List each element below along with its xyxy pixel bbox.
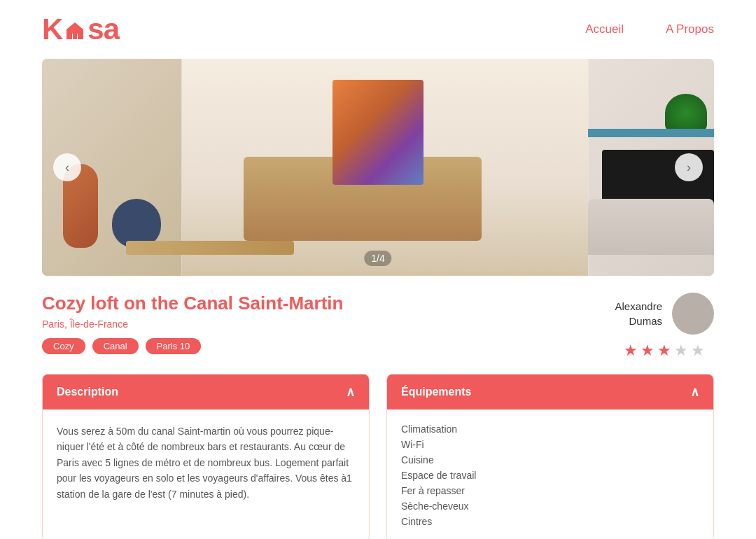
equipment-item: Espace de travail [401, 470, 699, 481]
host-info: Alexandre Dumas [615, 293, 714, 335]
table-furniture [126, 241, 294, 255]
tag-item: Paris 10 [146, 338, 202, 354]
description-panel-title: Description [57, 386, 118, 398]
description-panel-body: Vous serez à 50m du canal Saint-martin o… [43, 410, 369, 516]
tag-item: Canal [92, 338, 139, 354]
carousel-next-button[interactable]: › [675, 153, 703, 181]
logo-house-icon [64, 20, 86, 42]
equipment-item: Fer à repasser [401, 485, 699, 496]
description-toggle-icon[interactable]: ∧ [346, 384, 355, 400]
tag-list: CozyCanalParis 10 [42, 338, 343, 354]
star-empty: ★ [691, 342, 705, 360]
equipments-panel-header: Équipements ∧ [387, 374, 713, 410]
nav-about[interactable]: A Propos [666, 22, 714, 36]
star-filled: ★ [640, 342, 654, 360]
description-panel-header: Description ∧ [43, 374, 369, 410]
image-carousel: ‹ › 1/4 [42, 59, 714, 276]
description-panel: Description ∧ Vous serez à 50m du canal … [42, 374, 370, 539]
equipments-panel-title: Équipements [401, 386, 471, 398]
sofa-furniture [588, 199, 714, 255]
logo[interactable]: K sa [42, 13, 119, 46]
equipment-item: Sèche-cheveux [401, 500, 699, 512]
star-empty: ★ [674, 342, 688, 360]
shelf [588, 129, 714, 137]
main-nav: Accueil A Propos [585, 22, 714, 36]
carousel-counter: 1/4 [364, 251, 391, 266]
shelf-plants [665, 94, 707, 132]
rating-stars: ★★★★★ [624, 342, 705, 360]
equipment-item: Cintres [401, 516, 699, 527]
listing-title: Cozy loft on the Canal Saint-Martin [42, 293, 343, 314]
star-filled: ★ [624, 342, 638, 360]
buddha-painting [332, 80, 424, 185]
content-panels: Description ∧ Vous serez à 50m du canal … [42, 374, 714, 539]
host-name: Alexandre Dumas [615, 299, 662, 328]
star-filled: ★ [657, 342, 671, 360]
carousel-prev-button[interactable]: ‹ [53, 153, 81, 181]
logo-text-start: K [42, 13, 62, 46]
listing-location: Paris, Île-de-France [42, 318, 343, 330]
equipments-toggle-icon[interactable]: ∧ [690, 384, 699, 400]
equipment-item: Wi-Fi [401, 439, 699, 450]
host-section: Alexandre Dumas ★★★★★ [615, 293, 714, 360]
main-content: Cozy loft on the Canal Saint-Martin Pari… [42, 276, 714, 539]
nav-home[interactable]: Accueil [585, 22, 624, 36]
host-avatar [672, 293, 714, 335]
tag-item: Cozy [42, 338, 85, 354]
equipment-list: ClimatisationWi-FiCuisineEspace de trava… [401, 424, 699, 527]
equipments-panel-body: ClimatisationWi-FiCuisineEspace de trava… [387, 410, 713, 539]
equipment-item: Cuisine [401, 454, 699, 465]
logo-text-end: sa [88, 13, 119, 46]
equipment-item: Climatisation [401, 424, 699, 435]
description-text: Vous serez à 50m du canal Saint-martin o… [57, 424, 355, 502]
equipments-panel: Équipements ∧ ClimatisationWi-FiCuisineE… [386, 374, 714, 539]
svg-rect-0 [73, 34, 77, 39]
listing-info: Cozy loft on the Canal Saint-Martin Pari… [42, 293, 343, 354]
listing-header: Cozy loft on the Canal Saint-Martin Pari… [42, 293, 714, 360]
